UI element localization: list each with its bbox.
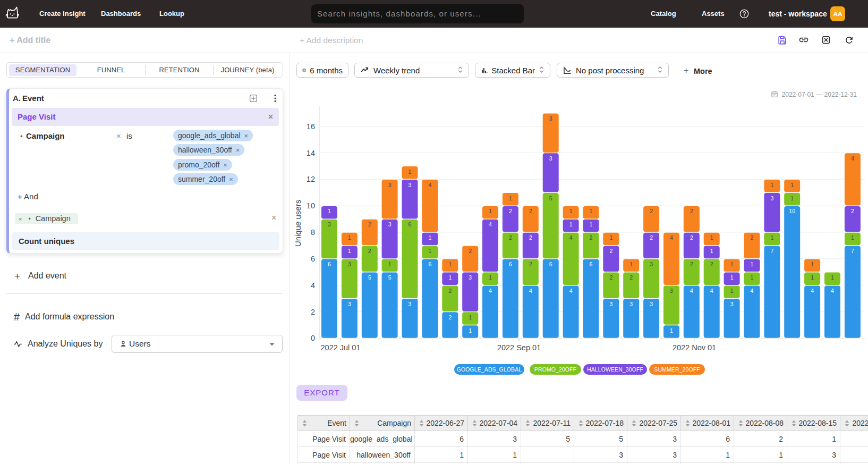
svg-text:2: 2 [368, 221, 371, 227]
svg-text:3: 3 [469, 274, 472, 281]
svg-text:5: 5 [368, 274, 371, 281]
svg-text:1: 1 [710, 234, 713, 241]
svg-text:6: 6 [589, 261, 592, 267]
svg-text:1: 1 [811, 261, 814, 267]
svg-text:2: 2 [629, 274, 633, 281]
svg-text:3: 3 [650, 261, 653, 267]
svg-text:1: 1 [770, 182, 773, 188]
svg-text:4: 4 [569, 288, 573, 294]
svg-text:4: 4 [311, 281, 315, 290]
svg-text:3: 3 [629, 301, 633, 307]
svg-text:1: 1 [589, 208, 592, 214]
svg-text:3: 3 [609, 301, 612, 307]
svg-text:3: 3 [348, 301, 351, 307]
svg-text:1: 1 [448, 274, 452, 281]
svg-text:Unique users: Unique users [293, 200, 302, 247]
svg-text:6: 6 [311, 255, 315, 263]
svg-text:1: 1 [609, 234, 612, 241]
svg-text:4: 4 [690, 288, 693, 294]
svg-text:4: 4 [489, 221, 492, 227]
svg-text:1: 1 [751, 274, 754, 281]
svg-text:12: 12 [307, 175, 315, 183]
svg-text:1: 1 [730, 288, 734, 294]
svg-text:3: 3 [409, 182, 412, 188]
svg-text:1: 1 [851, 234, 854, 241]
svg-text:2022 Sep 01: 2022 Sep 01 [497, 343, 541, 352]
svg-text:1: 1 [770, 234, 773, 241]
svg-text:1: 1 [409, 168, 412, 175]
svg-text:2: 2 [529, 234, 532, 241]
svg-text:2: 2 [509, 234, 512, 241]
svg-text:1: 1 [388, 261, 392, 267]
svg-text:2: 2 [368, 248, 371, 254]
svg-text:4: 4 [428, 182, 431, 188]
svg-text:1: 1 [730, 274, 734, 281]
svg-text:2: 2 [529, 261, 532, 267]
svg-text:1: 1 [589, 221, 592, 227]
svg-text:1: 1 [348, 234, 351, 241]
svg-text:4: 4 [529, 288, 532, 294]
svg-text:8: 8 [311, 228, 315, 237]
svg-text:4: 4 [489, 288, 492, 294]
svg-text:3: 3 [650, 301, 653, 307]
svg-text:10: 10 [789, 208, 795, 214]
svg-text:4: 4 [751, 288, 754, 294]
svg-text:2: 2 [448, 288, 452, 294]
svg-text:1: 1 [509, 195, 512, 201]
svg-text:2: 2 [509, 208, 512, 214]
svg-text:2: 2 [589, 234, 592, 241]
svg-text:2022 Nov 01: 2022 Nov 01 [673, 343, 716, 352]
svg-text:4: 4 [670, 234, 673, 241]
svg-text:2: 2 [690, 261, 693, 267]
svg-text:1: 1 [751, 261, 754, 267]
svg-text:2: 2 [690, 234, 693, 241]
svg-text:6: 6 [428, 261, 431, 267]
svg-text:2: 2 [609, 248, 612, 254]
svg-text:1: 1 [670, 327, 673, 334]
svg-text:4: 4 [569, 234, 573, 241]
svg-text:3: 3 [409, 301, 412, 307]
svg-text:1: 1 [710, 248, 713, 254]
svg-text:14: 14 [307, 149, 315, 157]
svg-text:6: 6 [328, 261, 331, 267]
svg-text:3: 3 [348, 261, 351, 267]
svg-text:2: 2 [609, 274, 612, 281]
svg-text:1: 1 [428, 234, 431, 241]
svg-text:1: 1 [569, 221, 573, 227]
svg-text:1: 1 [428, 248, 431, 254]
svg-text:1: 1 [790, 195, 794, 201]
svg-text:2: 2 [851, 208, 854, 214]
svg-text:3: 3 [670, 288, 673, 294]
svg-text:2: 2 [529, 208, 532, 214]
svg-text:2: 2 [690, 208, 693, 214]
svg-text:2: 2 [751, 234, 754, 241]
svg-text:10: 10 [307, 201, 315, 210]
svg-text:4: 4 [811, 288, 814, 294]
svg-text:2: 2 [448, 314, 452, 320]
svg-text:6: 6 [549, 261, 552, 267]
svg-text:3: 3 [549, 115, 552, 122]
svg-text:2: 2 [710, 261, 713, 267]
svg-text:3: 3 [730, 301, 734, 307]
svg-text:3: 3 [388, 221, 392, 227]
svg-text:3: 3 [328, 221, 331, 227]
svg-text:3: 3 [770, 195, 773, 201]
svg-text:3: 3 [388, 182, 392, 188]
svg-text:1: 1 [629, 261, 633, 267]
svg-text:6: 6 [509, 261, 512, 267]
svg-text:0: 0 [311, 334, 315, 342]
svg-text:5: 5 [549, 195, 552, 201]
svg-text:1: 1 [790, 182, 794, 188]
svg-text:2: 2 [650, 234, 653, 241]
svg-text:1: 1 [348, 248, 351, 254]
svg-text:5: 5 [388, 274, 392, 281]
svg-text:2: 2 [311, 308, 315, 316]
svg-text:2: 2 [650, 208, 653, 214]
svg-text:7: 7 [770, 248, 773, 254]
svg-text:2022 Jul 01: 2022 Jul 01 [321, 343, 361, 352]
svg-text:1: 1 [328, 208, 331, 214]
svg-text:1: 1 [489, 274, 492, 281]
svg-text:4: 4 [851, 155, 854, 162]
svg-text:1: 1 [811, 274, 814, 281]
svg-text:1: 1 [469, 327, 472, 334]
